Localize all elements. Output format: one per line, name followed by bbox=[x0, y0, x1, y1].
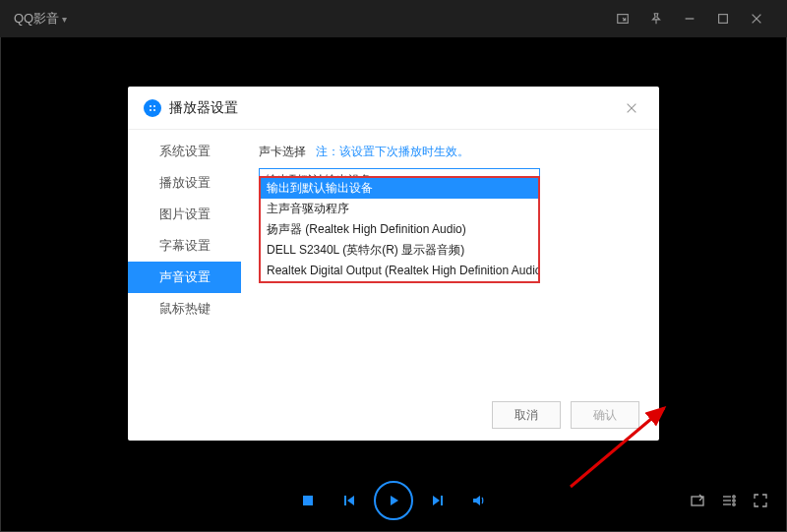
stop-button[interactable] bbox=[291, 484, 325, 517]
svg-marker-15 bbox=[347, 496, 354, 505]
soundcard-note: 注：该设置下次播放时生效。 bbox=[316, 144, 469, 160]
soundcard-dropdown: 输出到默认输出设备 主声音驱动程序 扬声器 (Realtek High Defi… bbox=[259, 176, 540, 283]
volume-button[interactable] bbox=[462, 484, 496, 517]
sidebar-item-audio[interactable]: 声音设置 bbox=[128, 262, 241, 293]
settings-dialog: 播放器设置 系统设置 播放设置 图片设置 字幕设置 声音设置 鼠标热键 声卡选择… bbox=[128, 87, 659, 441]
playlist-icon[interactable] bbox=[720, 492, 738, 509]
svg-point-6 bbox=[153, 105, 155, 107]
dropdown-option[interactable]: 输出到默认输出设备 bbox=[261, 178, 538, 199]
sidebar-item-hotkey[interactable]: 鼠标热键 bbox=[128, 293, 241, 325]
sidebar-item-picture[interactable]: 图片设置 bbox=[128, 199, 241, 230]
svg-rect-0 bbox=[618, 15, 629, 24]
open-file-icon[interactable] bbox=[689, 492, 706, 509]
svg-point-26 bbox=[733, 503, 735, 505]
svg-rect-2 bbox=[719, 15, 728, 24]
svg-rect-18 bbox=[441, 496, 443, 505]
close-icon[interactable] bbox=[740, 0, 773, 37]
sidebar-item-playback[interactable]: 播放设置 bbox=[128, 167, 241, 199]
svg-rect-13 bbox=[303, 496, 313, 505]
svg-point-24 bbox=[733, 500, 735, 502]
pin-icon[interactable] bbox=[639, 0, 673, 37]
minimize-icon[interactable] bbox=[673, 0, 706, 37]
svg-rect-14 bbox=[344, 496, 346, 505]
soundcard-label: 声卡选择 bbox=[259, 144, 306, 160]
svg-point-25 bbox=[733, 496, 735, 498]
dialog-header: 播放器设置 bbox=[128, 87, 659, 130]
svg-point-8 bbox=[153, 109, 155, 111]
dropdown-option[interactable]: 扬声器 (Realtek High Definition Audio) bbox=[261, 219, 538, 240]
dialog-close-icon[interactable] bbox=[620, 96, 643, 120]
compact-mode-icon[interactable] bbox=[606, 0, 639, 37]
svg-marker-19 bbox=[473, 496, 480, 505]
svg-point-5 bbox=[150, 105, 151, 107]
previous-button[interactable] bbox=[333, 484, 366, 517]
titlebar: QQ影音 ▾ bbox=[0, 0, 787, 37]
cancel-button[interactable]: 取消 bbox=[492, 401, 561, 429]
fullscreen-icon[interactable] bbox=[752, 492, 769, 509]
maximize-icon[interactable] bbox=[706, 0, 740, 37]
dialog-content: 声卡选择 注：该设置下次播放时生效。 输出到默认输出设备 ▽ 输出到默认输出设备… bbox=[241, 130, 659, 389]
play-button[interactable] bbox=[374, 481, 413, 520]
player-controls bbox=[0, 481, 787, 520]
sidebar-item-system[interactable]: 系统设置 bbox=[128, 136, 241, 167]
sidebar-item-subtitle[interactable]: 字幕设置 bbox=[128, 230, 241, 262]
chevron-down-icon[interactable]: ▾ bbox=[62, 14, 67, 25]
dropdown-option[interactable]: Realtek Digital Output (Realtek High Def… bbox=[261, 261, 538, 281]
dialog-title: 播放器设置 bbox=[169, 99, 238, 117]
dialog-footer: 取消 确认 bbox=[128, 389, 659, 441]
right-controls bbox=[689, 481, 769, 520]
next-button[interactable] bbox=[421, 484, 454, 517]
app-logo-icon bbox=[144, 99, 161, 117]
dropdown-option[interactable]: 主声音驱动程序 bbox=[261, 199, 538, 219]
svg-marker-16 bbox=[391, 496, 398, 505]
svg-marker-17 bbox=[433, 496, 440, 505]
app-title: QQ影音 bbox=[14, 10, 59, 28]
dialog-sidebar: 系统设置 播放设置 图片设置 字幕设置 声音设置 鼠标热键 bbox=[128, 130, 241, 389]
confirm-button[interactable]: 确认 bbox=[571, 401, 639, 429]
dropdown-option[interactable]: DELL S2340L (英特尔(R) 显示器音频) bbox=[261, 240, 538, 261]
svg-point-7 bbox=[150, 109, 151, 111]
